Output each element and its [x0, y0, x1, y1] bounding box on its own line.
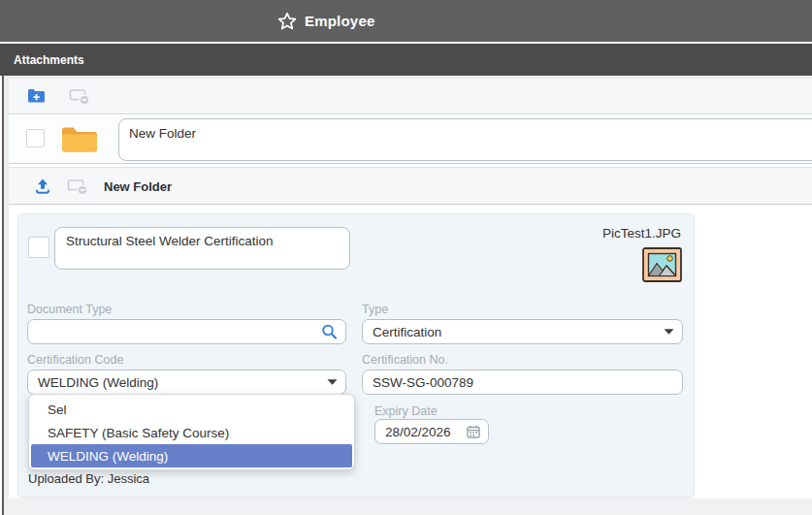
attachments-section-bar: Attachments [0, 44, 812, 76]
document-type-label: Document Type [27, 303, 346, 316]
certification-no-input[interactable]: SSW-SG-000789 [362, 370, 683, 395]
folder-row[interactable]: New Folder [9, 115, 812, 164]
chevron-down-icon [664, 329, 674, 336]
certification-no-label: Certification No. [362, 353, 683, 367]
add-folder-icon[interactable] [27, 88, 46, 105]
certification-code-label: Certification Code [27, 353, 346, 367]
attachment-title-input[interactable]: Structural Steel Welder Certification [54, 227, 350, 270]
calendar-icon[interactable] [467, 425, 480, 438]
files-toolbar: New Folder [9, 167, 812, 205]
certification-code-dropdown: Sel SAFETY (Basic Safety Course) WELDING… [28, 394, 355, 470]
expiry-date-label: Expiry Date [374, 404, 438, 418]
certification-code-select[interactable]: WELDING (Welding) [27, 370, 346, 395]
app-header: Employee [0, 0, 812, 42]
certification-code-value: WELDING (Welding) [38, 375, 158, 390]
star-icon[interactable] [277, 12, 297, 31]
folder-icon [60, 124, 99, 155]
attachment-checkbox[interactable] [28, 237, 49, 258]
uploaded-by-text: Uploaded By: Jessica [28, 471, 149, 486]
current-folder-label: New Folder [104, 178, 172, 193]
attachment-card: Structural Steel Welder Certification Pi… [17, 213, 695, 498]
folders-toolbar [9, 78, 812, 114]
expiry-date-value: 28/02/2026 [385, 425, 451, 439]
remove-item-icon[interactable] [69, 87, 90, 105]
type-label: Type [362, 303, 683, 316]
certification-no-value: SSW-SG-000789 [373, 375, 473, 390]
chevron-down-icon [327, 379, 338, 386]
image-thumbnail-icon[interactable] [642, 247, 682, 282]
bottom-gutter [4, 499, 812, 515]
folder-name-input[interactable]: New Folder [118, 118, 812, 161]
type-select[interactable]: Certification [362, 319, 683, 344]
expiry-date-input[interactable]: 28/02/2026 [374, 419, 489, 444]
upload-icon[interactable] [34, 177, 51, 195]
dropdown-option-selected[interactable]: WELDING (Welding) [31, 444, 352, 467]
section-title: Attachments [14, 53, 84, 67]
dropdown-option[interactable]: SAFETY (Basic Safety Course) [31, 421, 352, 444]
employee-window: Employee Attachments New Folder [0, 0, 812, 515]
type-value: Certification [373, 325, 441, 339]
search-icon[interactable] [321, 324, 338, 340]
app-header-inner: Employee [277, 12, 374, 31]
dropdown-option[interactable]: Sel [31, 398, 352, 421]
attachment-file-name: PicTest1.JPG [602, 226, 681, 241]
remove-item-icon[interactable] [67, 177, 88, 195]
document-type-input[interactable] [27, 319, 346, 344]
folder-checkbox[interactable] [26, 129, 45, 147]
page-title: Employee [305, 13, 374, 29]
